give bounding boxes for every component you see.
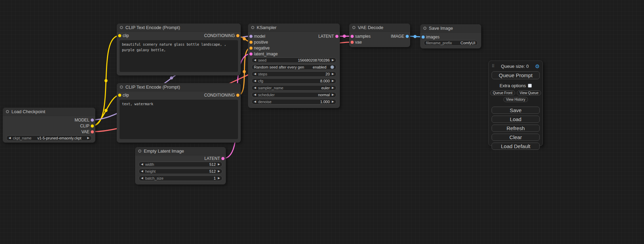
input-dot-negative[interactable] — [249, 46, 253, 49]
node-titlebar[interactable]: Load Checkpoint — [3, 108, 95, 116]
decrement-arrow-icon[interactable]: ◀ — [254, 59, 256, 62]
node-titlebar[interactable]: CLIP Text Encode (Prompt) — [117, 83, 241, 91]
extra-options-checkbox[interactable] — [528, 84, 532, 88]
input-slot-latent-image[interactable]: latent_image — [248, 51, 340, 57]
collapse-dot-icon[interactable] — [6, 110, 9, 113]
collapse-dot-icon[interactable] — [138, 150, 141, 153]
node-save-image[interactable]: Save Image images filename_prefix ComfyU… — [420, 24, 481, 48]
output-dot-image[interactable] — [406, 35, 409, 38]
node-ksampler[interactable]: KSampler model LATENT positive negative … — [248, 24, 340, 108]
slot-row: clip CONDITIONING — [117, 32, 241, 39]
node-vae-decode[interactable]: VAE Decode samples IMAGE vae — [349, 24, 410, 47]
widget-height[interactable]: ◀ height 512 ▶ — [139, 169, 222, 174]
output-dot-clip[interactable] — [91, 124, 94, 127]
widget-sampler-name[interactable]: ◀ sampler_name euler ▶ — [252, 85, 336, 91]
decrement-arrow-icon[interactable]: ◀ — [254, 80, 256, 82]
increment-arrow-icon[interactable]: ▶ — [218, 177, 220, 180]
increment-arrow-icon[interactable]: ▶ — [332, 80, 334, 82]
increment-arrow-icon[interactable]: ▶ — [332, 100, 334, 103]
input-dot-positive[interactable] — [249, 40, 253, 44]
widget-steps[interactable]: ◀ steps 20 ▶ — [252, 71, 336, 77]
output-dot-vae[interactable] — [91, 130, 94, 133]
prompt-text-input[interactable]: text, watermark — [120, 100, 238, 139]
increment-arrow-icon[interactable]: ▶ — [332, 87, 334, 89]
clear-button[interactable]: Clear — [492, 134, 540, 141]
increment-arrow-icon[interactable]: ▶ — [332, 59, 334, 62]
node-clip-text-encode-positive[interactable]: CLIP Text Encode (Prompt) clip CONDITION… — [117, 24, 241, 75]
node-empty-latent-image[interactable]: Empty Latent Image LATENT ◀ width 512 ▶ … — [135, 147, 226, 184]
view-queue-button[interactable]: View Queue — [517, 90, 541, 96]
input-slot-negative[interactable]: negative — [248, 45, 340, 51]
output-slot-clip[interactable]: CLIP — [3, 123, 95, 129]
widget-batch-size[interactable]: ◀ batch_size 1 ▶ — [139, 175, 222, 181]
output-slot-latent[interactable]: LATENT — [135, 155, 226, 162]
widget-denoise[interactable]: ◀ denoise 1.000 ▶ — [252, 99, 336, 105]
input-dot-model[interactable] — [249, 35, 253, 38]
decrement-arrow-icon[interactable]: ◀ — [9, 137, 11, 139]
output-dot-latent[interactable] — [335, 35, 338, 38]
widget-scheduler[interactable]: ◀ scheduler normal ▶ — [252, 92, 336, 98]
widget-filename-prefix[interactable]: filename_prefix ComfyUI — [424, 40, 478, 46]
collapse-dot-icon[interactable] — [251, 26, 254, 29]
refresh-button[interactable]: Refresh — [492, 125, 540, 132]
output-dot-latent[interactable] — [221, 157, 224, 160]
decrement-arrow-icon[interactable]: ◀ — [254, 100, 256, 103]
decrement-arrow-icon[interactable]: ◀ — [254, 73, 256, 75]
widget-ckpt-name[interactable]: ◀ ckpt_name v1-5-pruned-emaonly.ckpt ▶ — [6, 135, 92, 141]
queue-panel[interactable]: ⠿ Queue size: 0 ⚙ Queue Prompt Extra opt… — [488, 61, 543, 146]
collapse-dot-icon[interactable] — [120, 85, 123, 89]
node-clip-text-encode-negative[interactable]: CLIP Text Encode (Prompt) clip CONDITION… — [117, 83, 241, 143]
decrement-arrow-icon[interactable]: ◀ — [141, 163, 143, 166]
increment-arrow-icon[interactable]: ▶ — [218, 170, 220, 173]
decrement-arrow-icon[interactable]: ◀ — [254, 93, 256, 96]
input-dot-latent-image[interactable] — [249, 52, 253, 55]
widget-random-seed-toggle[interactable]: Random seed after every gen enabled — [252, 64, 336, 70]
decrement-arrow-icon[interactable]: ◀ — [141, 177, 143, 180]
save-button[interactable]: Save — [492, 107, 540, 114]
input-dot-clip[interactable] — [118, 34, 121, 37]
output-slot-vae[interactable]: VAE — [3, 129, 95, 135]
decrement-arrow-icon[interactable]: ◀ — [141, 170, 143, 173]
decrement-arrow-icon[interactable]: ◀ — [254, 87, 256, 89]
view-history-button[interactable]: View History — [503, 97, 528, 102]
node-titlebar[interactable]: VAE Decode — [349, 24, 410, 32]
input-slot-positive[interactable]: positive — [248, 39, 340, 45]
output-dot-model[interactable] — [91, 118, 94, 121]
input-slot-vae[interactable]: vae — [349, 39, 410, 45]
queue-prompt-button[interactable]: Queue Prompt — [492, 71, 540, 79]
link-midpoint-dot — [243, 70, 246, 73]
slot-row: model LATENT — [248, 33, 340, 39]
increment-arrow-icon[interactable]: ▶ — [87, 137, 89, 139]
node-titlebar[interactable]: Empty Latent Image — [135, 147, 226, 155]
output-dot-conditioning[interactable] — [236, 94, 239, 97]
input-slot-images[interactable]: images — [420, 34, 481, 40]
input-dot-vae[interactable] — [351, 40, 354, 44]
queue-front-button[interactable]: Queue Front — [490, 90, 515, 96]
node-titlebar[interactable]: KSampler — [248, 24, 340, 32]
drag-handle-icon[interactable]: ⠿ — [492, 64, 495, 68]
output-dot-conditioning[interactable] — [236, 34, 239, 37]
increment-arrow-icon[interactable]: ▶ — [332, 73, 334, 75]
load-button[interactable]: Load — [492, 116, 540, 123]
node-graph-canvas[interactable]: Load Checkpoint MODEL CLIP VAE ◀ ckpt_na… — [0, 0, 644, 244]
collapse-dot-icon[interactable] — [352, 26, 355, 29]
input-dot-samples[interactable] — [351, 35, 354, 38]
collapse-dot-icon[interactable] — [120, 26, 123, 29]
node-titlebar[interactable]: Save Image — [420, 24, 481, 33]
load-default-button[interactable]: Load Default — [492, 143, 540, 150]
input-dot-clip[interactable] — [118, 94, 121, 97]
output-slot-model[interactable]: MODEL — [3, 117, 95, 123]
widget-width[interactable]: ◀ width 512 ▶ — [139, 162, 222, 167]
widget-seed[interactable]: ◀ seed 156680208700286 ▶ — [252, 57, 336, 63]
widget-cfg[interactable]: ◀ cfg 8.000 ▶ — [252, 78, 336, 84]
node-titlebar[interactable]: CLIP Text Encode (Prompt) — [117, 24, 241, 32]
collapse-dot-icon[interactable] — [423, 27, 426, 30]
input-slot-model: model — [254, 34, 265, 39]
node-load-checkpoint[interactable]: Load Checkpoint MODEL CLIP VAE ◀ ckpt_na… — [3, 108, 95, 143]
input-dot-images[interactable] — [422, 35, 425, 38]
increment-arrow-icon[interactable]: ▶ — [218, 163, 220, 166]
increment-arrow-icon[interactable]: ▶ — [332, 93, 334, 96]
settings-gear-icon[interactable]: ⚙ — [535, 64, 540, 69]
prompt-text-input[interactable]: beautiful scenery nature glass bottle la… — [120, 40, 238, 72]
toggle-knob-icon[interactable] — [330, 65, 334, 69]
